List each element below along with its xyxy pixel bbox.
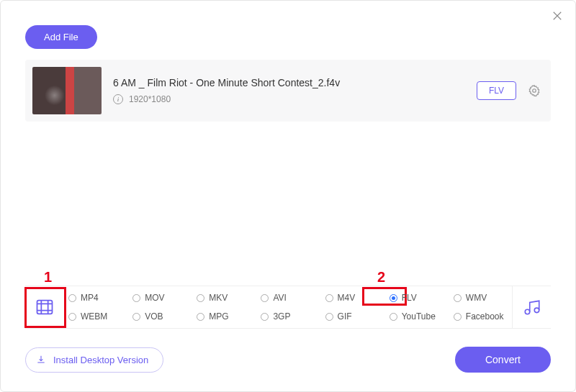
convert-button[interactable]: Convert	[455, 347, 551, 373]
formats-bar: MP4 MOV MKV AVI M4V FLV WMV WEBM VOB MPG…	[25, 286, 551, 329]
annotation-label-1: 1	[44, 269, 52, 286]
audio-formats-icon[interactable]	[512, 286, 551, 328]
format-option-youtube[interactable]: YouTube	[387, 309, 446, 324]
svg-rect-1	[37, 301, 53, 314]
format-option-mp4[interactable]: MP4	[66, 291, 125, 305]
info-icon: i	[113, 94, 123, 104]
format-option-m4v[interactable]: M4V	[323, 291, 382, 305]
video-thumbnail	[32, 67, 102, 114]
file-title: 6 AM _ Film Riot - One Minute Short Cont…	[113, 77, 465, 88]
format-option-mkv[interactable]: MKV	[194, 291, 253, 305]
gear-icon[interactable]	[528, 84, 541, 97]
format-option-wmv[interactable]: WMV	[451, 291, 510, 305]
format-option-3gp[interactable]: 3GP	[258, 309, 318, 324]
format-option-avi[interactable]: AVI	[258, 291, 318, 305]
format-option-facebook[interactable]: Facebook	[451, 309, 510, 324]
format-option-flv[interactable]: FLV	[387, 291, 446, 305]
file-item: 6 AM _ Film Riot - One Minute Short Cont…	[25, 60, 551, 122]
file-resolution-row: i 1920*1080	[113, 94, 465, 104]
format-option-webm[interactable]: WEBM	[66, 309, 125, 324]
footer: Install Desktop Version Convert	[25, 347, 551, 373]
video-formats-icon[interactable]	[25, 286, 64, 328]
format-option-mpg[interactable]: MPG	[194, 309, 253, 324]
file-resolution: 1920*1080	[129, 94, 171, 104]
format-option-gif[interactable]: GIF	[323, 309, 382, 324]
install-desktop-button[interactable]: Install Desktop Version	[25, 347, 163, 373]
format-badge[interactable]: FLV	[477, 81, 516, 100]
annotation-label-2: 2	[377, 269, 385, 286]
format-option-mov[interactable]: MOV	[130, 291, 189, 305]
close-icon[interactable]	[551, 9, 564, 25]
file-meta: 6 AM _ Film Riot - One Minute Short Cont…	[113, 77, 465, 104]
svg-point-0	[533, 89, 536, 93]
formats-grid: MP4 MOV MKV AVI M4V FLV WMV WEBM VOB MPG…	[64, 286, 512, 328]
format-option-vob[interactable]: VOB	[130, 309, 189, 324]
add-file-button[interactable]: Add File	[25, 25, 97, 49]
download-icon	[36, 355, 46, 365]
